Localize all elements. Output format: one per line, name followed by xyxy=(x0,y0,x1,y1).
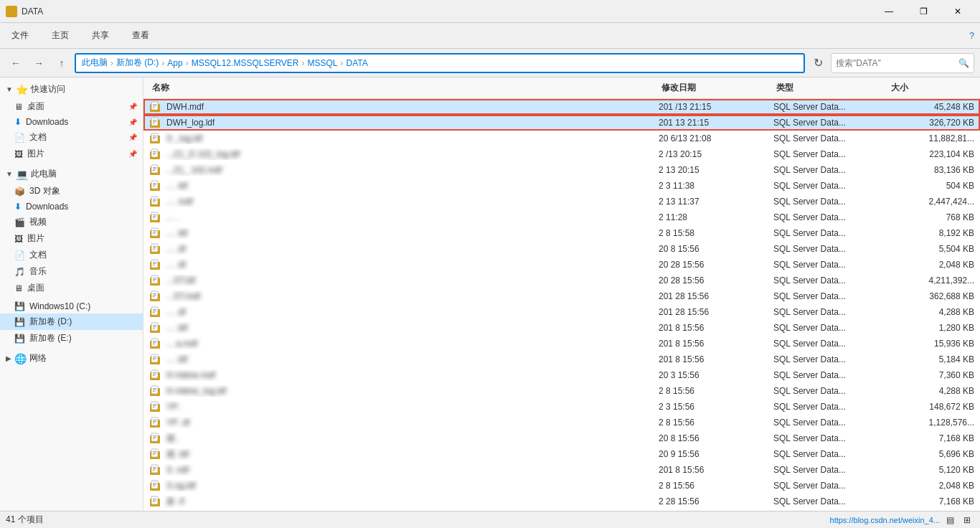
table-row[interactable]: YP .2 3 15:56SQL Server Data...148,672 K… xyxy=(143,399,980,415)
file-name: ... .ldf xyxy=(166,323,187,333)
sidebar-drive-e[interactable]: 💾 新加卷 (E:) xyxy=(0,330,143,346)
table-row[interactable]: S _log.ldf20 6/13 21:08SQL Server Data..… xyxy=(143,131,980,146)
svg-rect-88 xyxy=(153,374,156,374)
table-row[interactable]: ... .ldf2 8 15:58SQL Server Data...8,192… xyxy=(143,225,980,241)
table-row[interactable]: ... .mdf2 13 11:37SQL Server Data...2,44… xyxy=(143,194,980,209)
sidebar-item-desktop-pc[interactable]: 🖥 桌面 xyxy=(0,280,143,296)
file-type: SQL Server Data... xyxy=(773,118,888,128)
ribbon-tab-home[interactable]: 主页 xyxy=(46,27,75,44)
breadcrumb-mssql[interactable]: MSSQL xyxy=(308,58,338,68)
ribbon-help-icon[interactable]: ? xyxy=(969,31,974,41)
file-size: 1,128,576... xyxy=(888,418,974,428)
search-box[interactable]: 🔍 xyxy=(831,53,974,73)
table-row[interactable]: ... .df201 28 15:56SQL Server Data...4,2… xyxy=(143,304,980,320)
svg-rect-14 xyxy=(153,138,155,139)
ribbon-tab-share[interactable]: 共享 xyxy=(86,27,115,44)
this-pc-header[interactable]: ▼ 💻 此电脑 xyxy=(0,165,143,183)
sidebar-item-music[interactable]: 🎵 音乐 xyxy=(0,263,143,280)
db-file-icon xyxy=(149,306,162,318)
breadcrumb-app[interactable]: App xyxy=(167,58,182,68)
col-type[interactable]: 类型 xyxy=(773,80,888,95)
breadcrumb-computer[interactable]: 此电脑 xyxy=(82,57,108,69)
table-row[interactable]: DWH_log.ldf 201 13 21:15 SQL Server Data… xyxy=(143,115,980,131)
sidebar-drive-d[interactable]: 💾 新加卷 (D:) xyxy=(0,314,143,330)
table-row[interactable]: YP .df2 8 15:56SQL Server Data...1,128,5… xyxy=(143,415,980,430)
table-row[interactable]: ... .2 11:28SQL Server Data...768 KB xyxy=(143,209,980,225)
svg-rect-98 xyxy=(153,405,156,406)
sidebar-drive-c[interactable]: 💾 Windows10 (C:) xyxy=(0,299,143,314)
sidebar-item-documents-quick[interactable]: 📄 文档 📌 xyxy=(0,129,143,146)
table-row[interactable]: ...Z1_ 102.mdf2 13 20:15SQL Server Data.… xyxy=(143,162,980,178)
sidebar-item-pictures-pc[interactable]: 🖼 图片 xyxy=(0,230,143,247)
sidebar-item-3d[interactable]: 📦 3D 对象 xyxy=(0,183,143,199)
table-row[interactable]: ...Z1_O 102_log.ldf2 /13 20:15SQL Server… xyxy=(143,146,980,162)
ribbon-tab-file[interactable]: 文件 xyxy=(6,27,34,44)
minimize-button[interactable]: — xyxy=(872,0,905,23)
svg-rect-17 xyxy=(153,151,156,152)
file-name: 新 .lf xyxy=(166,496,184,508)
col-date[interactable]: 修改日期 xyxy=(659,80,773,95)
search-input[interactable] xyxy=(836,58,958,68)
sidebar-item-videos[interactable]: 🎬 视频 xyxy=(0,214,143,230)
table-row[interactable]: ... .ldf201 8 15:56SQL Server Data...5,1… xyxy=(143,352,980,367)
svg-rect-112 xyxy=(153,451,156,452)
table-row[interactable]: ... a.mdf201 8 15:56SQL Server Data...15… xyxy=(143,336,980,352)
address-bar[interactable]: 此电脑 › 新加卷 (D:) › App › MSSQL12.MSSQLSERV… xyxy=(75,53,805,73)
table-row[interactable]: H mbine.mdf20 3 15:56SQL Server Data...7… xyxy=(143,367,980,383)
pin-icon: 📌 xyxy=(128,103,137,110)
table-row[interactable]: S og.ldf2 8 15:56SQL Server Data...2,048… xyxy=(143,478,980,494)
forward-button[interactable]: → xyxy=(29,53,49,73)
table-row[interactable]: DWH.mdf 201 /13 21:15 SQL Server Data...… xyxy=(143,99,980,115)
close-button[interactable]: ✕ xyxy=(941,0,974,23)
back-button[interactable]: ← xyxy=(6,53,26,73)
table-row[interactable]: ... .df20 8 15:56SQL Server Data...5,504… xyxy=(143,241,980,257)
file-type: SQL Server Data... xyxy=(773,386,888,396)
svg-rect-49 xyxy=(153,249,155,250)
sidebar-item-desktop-quick[interactable]: 🖥 桌面 📌 xyxy=(0,98,143,115)
breadcrumb-drive[interactable]: 新加卷 (D:) xyxy=(116,57,159,69)
file-size: 504 KB xyxy=(888,181,974,191)
sidebar-item-downloads-pc[interactable]: ⬇ Downloads xyxy=(0,199,143,214)
table-row[interactable]: ...ST.mdf201 28 15:56SQL Server Data...3… xyxy=(143,288,980,304)
table-row[interactable]: H mbine_log.ldf2 8 15:56SQL Server Data.… xyxy=(143,383,980,399)
breadcrumb-mssql12[interactable]: MSSQL12.MSSQLSERVER xyxy=(192,58,299,68)
table-row[interactable]: 观 .ldf20 9 15:56SQL Server Data...5,696 … xyxy=(143,446,980,462)
file-name: H mbine_log.ldf xyxy=(166,386,226,396)
file-name-cell: H mbine_log.ldf xyxy=(149,385,659,397)
file-name-cell: DWH.mdf xyxy=(149,101,659,113)
ribbon-tab-view[interactable]: 查看 xyxy=(126,27,155,44)
network-header[interactable]: ▶ 🌐 网络 xyxy=(0,349,143,367)
svg-rect-27 xyxy=(153,183,156,184)
svg-rect-48 xyxy=(153,248,156,248)
up-button[interactable]: ↑ xyxy=(52,53,72,73)
status-bar: 41 个项目 https://blog.csdn.net/weixin_4...… xyxy=(0,511,980,528)
sidebar-item-pictures-quick[interactable]: 🖼 图片 📌 xyxy=(0,146,143,162)
file-size: 15,936 KB xyxy=(888,339,974,349)
view-list-button[interactable]: ▤ xyxy=(943,513,957,527)
svg-rect-77 xyxy=(153,341,156,341)
refresh-button[interactable]: ↻ xyxy=(808,53,828,73)
table-row[interactable]: ... .df20 28 15:56SQL Server Data...2,04… xyxy=(143,257,980,273)
maximize-button[interactable]: ❐ xyxy=(907,0,940,23)
table-row[interactable]: 新 .ldf 28 15:56SQL Server Data...6,272 K… xyxy=(143,509,980,511)
table-row[interactable]: 新 .lf2 28 15:56SQL Server Data...7,168 K… xyxy=(143,494,980,509)
sidebar-item-label: 文档 xyxy=(29,249,47,261)
svg-rect-68 xyxy=(153,311,156,311)
table-row[interactable]: 观 .20 8 15:56SQL Server Data...7,168 KB xyxy=(143,430,980,446)
view-grid-button[interactable]: ⊞ xyxy=(960,513,974,527)
col-size[interactable]: 大小 xyxy=(888,80,974,95)
sidebar-item-downloads-quick[interactable]: ⬇ Downloads 📌 xyxy=(0,115,143,129)
col-name[interactable]: 名称 xyxy=(149,80,659,95)
table-row[interactable]: S .ndf201 8 15:56SQL Server Data...5,120… xyxy=(143,462,980,478)
db-file-icon xyxy=(149,212,162,223)
svg-rect-72 xyxy=(153,325,156,326)
table-row[interactable]: ... .ldf201 8 15:56SQL Server Data...1,2… xyxy=(143,320,980,336)
file-type: SQL Server Data... xyxy=(773,323,888,333)
table-row[interactable]: ...ST.ldf20 28 15:56SQL Server Data...4,… xyxy=(143,273,980,288)
file-date: 20 9 15:56 xyxy=(659,449,773,459)
network-chevron: ▶ xyxy=(6,354,11,362)
breadcrumb-data[interactable]: DATA xyxy=(347,58,368,68)
table-row[interactable]: ... .ldf2 3 11:38SQL Server Data...504 K… xyxy=(143,178,980,194)
quick-access-header[interactable]: ▼ ⭐ 快速访问 xyxy=(0,80,143,98)
sidebar-item-documents-pc[interactable]: 📄 文档 xyxy=(0,247,143,263)
